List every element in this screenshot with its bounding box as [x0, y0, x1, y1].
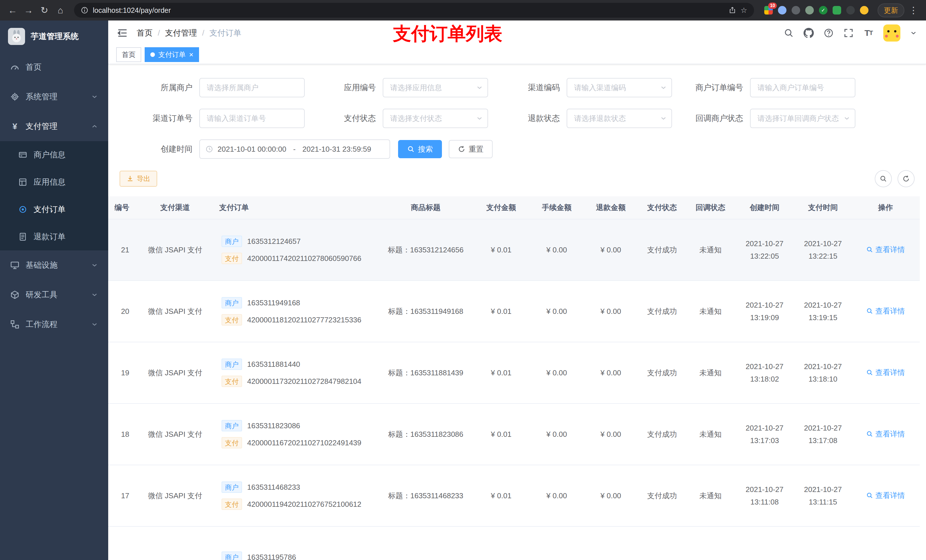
back-icon[interactable]: ← [6, 3, 20, 17]
share-icon[interactable] [729, 6, 736, 14]
extension-chat-icon[interactable] [832, 6, 841, 15]
channel-order-no-input[interactable] [199, 109, 305, 128]
tab-home[interactable]: 首页 [116, 47, 141, 62]
fullscreen-icon[interactable] [843, 28, 854, 38]
channel-order-no: 4200001174202110278060590766 [247, 254, 362, 263]
pay-tag: 支付 [221, 314, 242, 326]
extension-gray-icon[interactable] [791, 6, 800, 15]
bookmark-star-icon[interactable]: ☆ [741, 6, 747, 15]
sidebar-fold-icon[interactable] [117, 28, 127, 38]
app-no-select[interactable]: 请选择应用信息 [383, 78, 488, 97]
merchant-label: 所属商户 [120, 82, 199, 93]
table-row[interactable]: 20 微信 JSAPI 支付 商户1635311949168 支付4200001… [108, 281, 920, 342]
forward-icon[interactable]: → [22, 3, 35, 17]
extension-pin-icon[interactable] [846, 6, 855, 15]
reset-button[interactable]: 重置 [449, 140, 493, 158]
user-avatar[interactable] [883, 24, 900, 42]
notify-status-label: 回调商户状态 [672, 113, 750, 124]
cell-refund-amount: ¥ 0.00 [584, 428, 638, 441]
sidebar-item-pay-order[interactable]: 支付订单 [0, 196, 108, 223]
table-row[interactable]: 18 微信 JSAPI 支付 商户1635311823086 支付4200001… [108, 404, 920, 465]
cell-refund-amount: ¥ 0.00 [584, 366, 638, 380]
channel-order-no: 4200001194202110276752100612 [247, 500, 362, 509]
cell-action: 查看详情 [851, 304, 920, 319]
sidebar-item-label: 系统管理 [26, 91, 85, 102]
magnifier-icon [407, 145, 415, 153]
sidebar-item-dev-tools[interactable]: 研发工具 [0, 280, 108, 309]
cell-action: 查看详情 [851, 365, 920, 380]
cell-pay-amount: ¥ 0.01 [473, 428, 530, 441]
tab-close-icon[interactable]: × [189, 51, 193, 58]
view-detail-link[interactable]: 查看详情 [866, 306, 905, 316]
cell-id: 20 [108, 305, 134, 318]
address-bar[interactable]: localhost:1024/pay/order ☆ [74, 3, 754, 18]
date-end: 2021-10-31 23:59:59 [303, 145, 371, 154]
view-detail-link[interactable]: 查看详情 [866, 245, 905, 255]
notify-status-select[interactable]: 请选择订单回调商户状态 [750, 109, 855, 128]
sidebar-item-pay[interactable]: ¥ 支付管理 [0, 112, 108, 141]
cell-fee-amount: ¥ 0.00 [530, 489, 584, 503]
breadcrumb-pay-manage[interactable]: 支付管理 [165, 27, 197, 38]
site-info-icon[interactable] [81, 6, 88, 14]
merchant-tag: 商户 [221, 420, 242, 432]
sidebar-item-system[interactable]: 系统管理 [0, 82, 108, 112]
pay-status-select[interactable]: 请选择支付状态 [383, 109, 488, 128]
help-icon[interactable] [823, 28, 834, 38]
cell-pay-status: 支付成功 [638, 243, 686, 257]
extension-check-icon[interactable]: ✓ [819, 6, 828, 15]
search-button[interactable]: 搜索 [398, 140, 442, 158]
pay-tag: 支付 [221, 437, 242, 448]
view-detail-link[interactable]: 查看详情 [866, 429, 905, 439]
sidebar-item-app-info[interactable]: 应用信息 [0, 169, 108, 196]
home-icon[interactable]: ⌂ [53, 3, 67, 17]
tab-pay-order[interactable]: 支付订单 × [145, 47, 199, 62]
sidebar-item-label: 商户信息 [33, 149, 65, 160]
view-detail-link[interactable]: 查看详情 [866, 491, 905, 501]
extension-blue-icon[interactable] [778, 6, 787, 15]
merchant-order-no: 1635311881440 [247, 360, 300, 369]
github-icon[interactable] [803, 28, 814, 38]
create-time-range-input[interactable]: 2021-10-01 00:00:00 - 2021-10-31 23:59:5… [199, 139, 390, 159]
cell-pay-status: 支付成功 [638, 489, 686, 503]
pay-status-label: 支付状态 [305, 113, 383, 124]
browser-menu-icon[interactable]: ⋮ [906, 3, 920, 17]
merchant-order-no-input[interactable] [750, 78, 855, 97]
table-row[interactable]: 21 微信 JSAPI 支付 商户1635312124657 支付4200001… [108, 219, 920, 281]
sidebar-item-label: 基础设施 [26, 260, 85, 270]
refresh-table-icon[interactable] [897, 170, 915, 187]
search-icon[interactable] [784, 28, 794, 38]
avatar-caret-icon[interactable] [910, 30, 917, 36]
breadcrumb-home[interactable]: 首页 [137, 27, 153, 38]
cell-channel: 微信 JSAPI 支付 [134, 304, 216, 319]
export-button[interactable]: 导出 [120, 171, 157, 187]
reload-icon[interactable]: ↻ [38, 3, 51, 17]
extension-green-gray-icon[interactable] [805, 6, 814, 15]
font-size-icon[interactable]: TT [863, 28, 874, 38]
channel-code-select[interactable]: 请输入渠道编码 [567, 78, 672, 97]
channel-order-no: 4200001173202110272847982104 [247, 377, 362, 386]
sidebar-item-workflow[interactable]: 工作流程 [0, 309, 108, 339]
table-row[interactable]: 19 微信 JSAPI 支付 商户1635311881440 支付4200001… [108, 342, 920, 404]
sidebar-item-merchant-info[interactable]: 商户信息 [0, 141, 108, 169]
cell-title: 标题：1635311823086 [379, 427, 473, 442]
cell-channel: 微信 JSAPI 支付 [134, 489, 216, 503]
sidebar-item-refund-order[interactable]: 退款订单 [0, 223, 108, 251]
sidebar-item-home[interactable]: 首页 [0, 52, 108, 82]
sidebar-item-infra[interactable]: 基础设施 [0, 251, 108, 280]
cell-title: 标题：1635311881439 [379, 366, 473, 380]
table-row-partial[interactable]: 商户163531195786 [108, 527, 920, 560]
merchant-order-no: 1635311468233 [247, 483, 300, 492]
refund-status-select[interactable]: 请选择退款状态 [567, 109, 672, 128]
channel-order-no: 4200001181202110277723215336 [247, 315, 362, 325]
extensions-puzzle-icon[interactable]: 10 [764, 6, 773, 15]
hide-search-icon[interactable] [875, 170, 892, 187]
view-detail-link[interactable]: 查看详情 [866, 368, 905, 377]
cell-notify-status: 未通知 [686, 304, 735, 319]
filter-form: 所属商户 应用编号 请选择应用信息 渠道编码 请输入渠道编码 商户订单编号 [120, 64, 915, 159]
table-row[interactable]: 17 微信 JSAPI 支付 商户1635311468233 支付4200001… [108, 465, 920, 527]
merchant-input[interactable] [199, 78, 305, 97]
main-panel: 首页 / 支付管理 / 支付订单 支付订单列表 [108, 21, 926, 560]
extension-smiley-icon[interactable] [860, 6, 869, 15]
chevron-down-icon [660, 84, 667, 91]
browser-update-button[interactable]: 更新 [878, 3, 904, 17]
